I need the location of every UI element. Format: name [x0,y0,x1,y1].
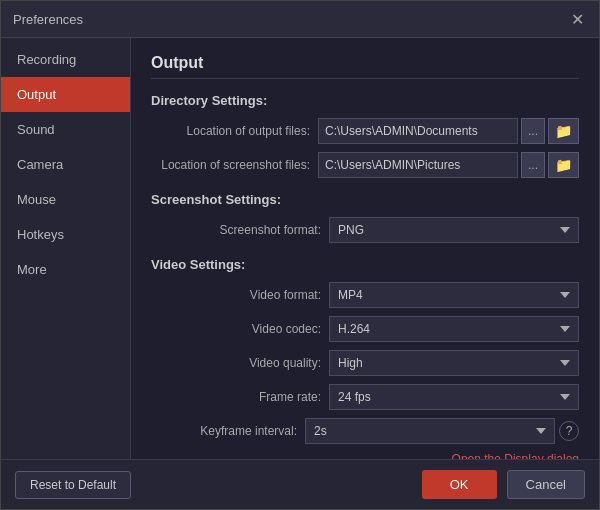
video-format-label: Video format: [250,288,321,302]
ok-button[interactable]: OK [422,470,497,499]
frame-rate-select[interactable]: 24 fps 30 fps 60 fps [329,384,579,410]
frame-rate-label: Frame rate: [259,390,321,404]
video-codec-select[interactable]: H.264 H.265 VP9 [329,316,579,342]
sidebar-item-recording[interactable]: Recording [1,42,130,77]
output-files-row: Location of output files: ... 📁 [151,118,579,144]
screenshot-files-label: Location of screenshot files: [161,158,310,172]
window-title: Preferences [13,12,83,27]
screenshot-files-input-group: ... 📁 [318,152,579,178]
sidebar-item-mouse[interactable]: Mouse [1,182,130,217]
video-format-row: Video format: MP4 AVI MOV MKV [151,282,579,308]
screenshot-files-input[interactable] [318,152,518,178]
keyframe-interval-select[interactable]: 2s 5s 10s [305,418,555,444]
keyframe-interval-group: 2s 5s 10s ? [305,418,579,444]
video-codec-row: Video codec: H.264 H.265 VP9 [151,316,579,342]
footer-actions: OK Cancel [422,470,585,499]
screenshot-files-folder-button[interactable]: 📁 [548,152,579,178]
sidebar-item-sound[interactable]: Sound [1,112,130,147]
sidebar-item-hotkeys[interactable]: Hotkeys [1,217,130,252]
screenshot-format-label: Screenshot format: [220,223,321,237]
video-codec-label: Video codec: [252,322,321,336]
output-files-dots-button[interactable]: ... [521,118,545,144]
title-bar: Preferences ✕ [1,1,599,38]
directory-settings-title: Directory Settings: [151,93,579,108]
sidebar-item-camera[interactable]: Camera [1,147,130,182]
sidebar-item-more[interactable]: More [1,252,130,287]
video-quality-row: Video quality: High Medium Low [151,350,579,376]
video-quality-label: Video quality: [249,356,321,370]
reset-button[interactable]: Reset to Default [15,471,131,499]
cancel-button[interactable]: Cancel [507,470,585,499]
video-format-select[interactable]: MP4 AVI MOV MKV [329,282,579,308]
section-title: Output [151,54,579,79]
keyframe-interval-label: Keyframe interval: [200,424,297,438]
preferences-window: Preferences ✕ Recording Output Sound Cam… [0,0,600,510]
keyframe-interval-row: Keyframe interval: 2s 5s 10s ? [151,418,579,444]
screenshot-files-row: Location of screenshot files: ... 📁 [151,152,579,178]
video-settings-title: Video Settings: [151,257,579,272]
screenshot-format-select[interactable]: PNG JPG BMP [329,217,579,243]
main-content: Recording Output Sound Camera Mouse Hotk… [1,38,599,459]
display-dialog-row: Open the Display dialog [151,452,579,459]
display-dialog-link[interactable]: Open the Display dialog [452,452,579,459]
sidebar-item-output[interactable]: Output [1,77,130,112]
footer: Reset to Default OK Cancel [1,459,599,509]
content-area: Output Directory Settings: Location of o… [131,38,599,459]
screenshot-format-row: Screenshot format: PNG JPG BMP [151,217,579,243]
output-files-folder-button[interactable]: 📁 [548,118,579,144]
output-files-input-group: ... 📁 [318,118,579,144]
screenshot-settings-title: Screenshot Settings: [151,192,579,207]
sidebar: Recording Output Sound Camera Mouse Hotk… [1,38,131,459]
output-files-label: Location of output files: [187,124,310,138]
close-button[interactable]: ✕ [567,9,587,29]
video-quality-select[interactable]: High Medium Low [329,350,579,376]
output-files-input[interactable] [318,118,518,144]
frame-rate-row: Frame rate: 24 fps 30 fps 60 fps [151,384,579,410]
keyframe-help-button[interactable]: ? [559,421,579,441]
screenshot-files-dots-button[interactable]: ... [521,152,545,178]
